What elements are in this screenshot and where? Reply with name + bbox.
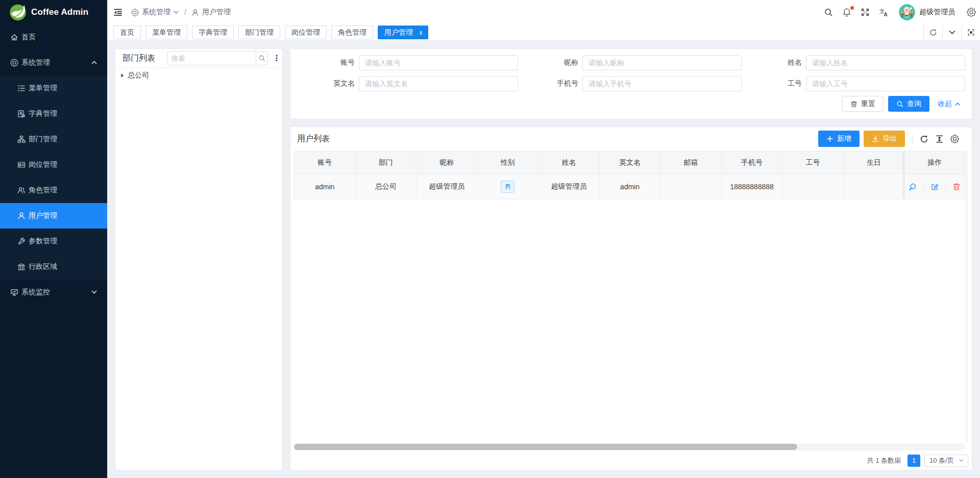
app-logo[interactable]: Coffee Admin bbox=[0, 0, 107, 24]
user-search-form: 账号 昵称 姓名 英文名 手机号 bbox=[290, 49, 972, 119]
table-card-header: 用户列表 新增 导出 bbox=[290, 127, 972, 150]
delete-trash-icon[interactable] bbox=[952, 183, 961, 191]
header-actions: 超级管理员 bbox=[819, 4, 980, 20]
sidebar-fold-icon[interactable] bbox=[113, 8, 122, 17]
monitor-icon bbox=[10, 288, 18, 296]
col-birthday[interactable]: 生日 bbox=[843, 151, 904, 174]
menu-list-icon bbox=[17, 84, 26, 92]
page-size-value: 10 条/页 bbox=[929, 456, 954, 465]
en-name-input[interactable] bbox=[359, 76, 518, 91]
account-input[interactable] bbox=[359, 55, 518, 70]
tab-user-mgmt[interactable]: 用户管理x bbox=[378, 26, 428, 39]
dept-search-button[interactable] bbox=[256, 51, 268, 65]
settings-gear-icon[interactable] bbox=[967, 8, 976, 17]
tab-home[interactable]: 首页 bbox=[113, 26, 141, 39]
dept-tree: 总公司 bbox=[115, 68, 282, 83]
cell-birthday bbox=[843, 174, 904, 199]
cell-en-name: admin bbox=[599, 174, 660, 199]
dept-search-input[interactable] bbox=[167, 51, 256, 65]
job-no-input[interactable] bbox=[806, 76, 965, 91]
sidebar-item-param-mgmt[interactable]: 参数管理 bbox=[0, 229, 107, 254]
tab-dict-mgmt[interactable]: 字典管理 bbox=[192, 26, 234, 39]
dept-search-group bbox=[167, 51, 268, 65]
sidebar-item-monitor[interactable]: 系统监控 bbox=[0, 280, 107, 305]
spring-leaf-logo-icon bbox=[9, 4, 27, 21]
tab-menu-mgmt[interactable]: 菜单管理 bbox=[145, 26, 187, 39]
chevron-down-icon bbox=[173, 9, 179, 15]
search-icon[interactable] bbox=[824, 8, 833, 17]
sidebar-item-dept-mgmt[interactable]: 部门管理 bbox=[0, 127, 107, 152]
table-row[interactable]: admin 总公司 超级管理员 男 超级管理员 admin 1888888888… bbox=[294, 174, 965, 199]
op-divider bbox=[945, 183, 946, 190]
sidebar-item-role-mgmt[interactable]: 角色管理 bbox=[0, 178, 107, 203]
row-operations bbox=[904, 183, 965, 191]
content-fullscreen-button[interactable] bbox=[961, 24, 980, 41]
pagination-page-1[interactable]: 1 bbox=[908, 455, 920, 467]
col-nickname[interactable]: 昵称 bbox=[416, 151, 477, 174]
nickname-input[interactable] bbox=[582, 55, 742, 70]
translate-icon[interactable] bbox=[879, 8, 888, 17]
col-gender[interactable]: 性别 bbox=[477, 151, 538, 174]
pagination-total: 共 1 条数据 bbox=[867, 456, 901, 465]
col-phone[interactable]: 手机号 bbox=[721, 151, 782, 174]
add-user-button[interactable]: 新增 bbox=[818, 131, 860, 147]
link-label: 收起 bbox=[938, 99, 952, 109]
reset-button[interactable]: 重置 bbox=[842, 96, 884, 112]
sidebar-item-system[interactable]: 系统管理 bbox=[0, 50, 107, 76]
home-icon bbox=[10, 33, 18, 41]
field-account: 账号 bbox=[299, 55, 518, 70]
col-account[interactable]: 账号 bbox=[294, 151, 355, 174]
sidebar-item-user-mgmt[interactable]: 用户管理 bbox=[0, 203, 107, 229]
col-en-name[interactable]: 英文名 bbox=[599, 151, 660, 174]
app-title: Coffee Admin bbox=[31, 7, 88, 17]
notification-bell-icon[interactable] bbox=[842, 8, 851, 17]
field-job-no: 工号 bbox=[746, 76, 965, 91]
sidebar-item-home[interactable]: 首页 bbox=[0, 24, 107, 50]
row-density-icon[interactable] bbox=[935, 135, 944, 143]
field-name: 姓名 bbox=[746, 55, 965, 70]
page-size-select[interactable]: 10 条/页 bbox=[924, 455, 968, 467]
tree-node-root[interactable]: 总公司 bbox=[120, 68, 282, 83]
tagview-bar: 首页 菜单管理 字典管理 部门管理 岗位管理 角色管理 用户管理x bbox=[107, 24, 980, 41]
sidebar-item-dict-mgmt[interactable]: 字典管理 bbox=[0, 101, 107, 127]
cell-dept: 总公司 bbox=[355, 174, 416, 199]
collapse-form-link[interactable]: 收起 bbox=[938, 99, 961, 109]
sidebar-item-menu-mgmt[interactable]: 菜单管理 bbox=[0, 76, 107, 101]
cell-job-no bbox=[782, 174, 843, 199]
dept-more-menu[interactable] bbox=[273, 54, 281, 62]
app-root: Coffee Admin 首页 系统管理 菜单管理 字典管理 部门管理 bbox=[0, 0, 980, 478]
avatar[interactable] bbox=[899, 4, 915, 20]
tab-label: 角色管理 bbox=[338, 28, 366, 36]
export-button[interactable]: 导出 bbox=[864, 131, 905, 147]
tree-expand-caret-icon[interactable] bbox=[121, 73, 124, 78]
column-settings-gear-icon[interactable] bbox=[950, 135, 959, 143]
tab-dept-mgmt[interactable]: 部门管理 bbox=[238, 26, 280, 39]
edit-icon[interactable] bbox=[930, 183, 939, 191]
view-detail-icon[interactable] bbox=[909, 183, 917, 191]
tabs-menu-button[interactable] bbox=[942, 24, 961, 41]
wrench-icon bbox=[17, 237, 26, 245]
plus-icon bbox=[826, 135, 834, 142]
col-email[interactable]: 邮箱 bbox=[660, 151, 721, 174]
col-name[interactable]: 姓名 bbox=[538, 151, 599, 174]
name-input[interactable] bbox=[806, 55, 965, 70]
col-dept[interactable]: 部门 bbox=[355, 151, 416, 174]
fullscreen-icon[interactable] bbox=[861, 8, 870, 17]
current-user-name[interactable]: 超级管理员 bbox=[919, 8, 955, 17]
tab-post-mgmt[interactable]: 岗位管理 bbox=[285, 26, 327, 39]
tab-label: 部门管理 bbox=[245, 28, 274, 36]
refresh-page-button[interactable] bbox=[923, 24, 942, 41]
refresh-table-icon[interactable] bbox=[920, 135, 928, 143]
tab-role-mgmt[interactable]: 角色管理 bbox=[331, 26, 373, 39]
scrollbar-thumb[interactable] bbox=[294, 444, 797, 450]
sidebar-item-post-mgmt[interactable]: 岗位管理 bbox=[0, 152, 107, 178]
col-job-no[interactable]: 工号 bbox=[782, 151, 843, 174]
query-button[interactable]: 查询 bbox=[888, 96, 929, 112]
tab-close-icon[interactable]: x bbox=[419, 27, 423, 39]
dept-panel: 部门列表 总公司 bbox=[115, 49, 282, 470]
field-nickname: 昵称 bbox=[522, 55, 742, 70]
breadcrumb-section[interactable]: 系统管理 bbox=[142, 8, 170, 17]
notification-dot bbox=[850, 6, 854, 10]
phone-input[interactable] bbox=[582, 76, 742, 91]
sidebar-item-region-mgmt[interactable]: 行政区域 bbox=[0, 254, 107, 280]
